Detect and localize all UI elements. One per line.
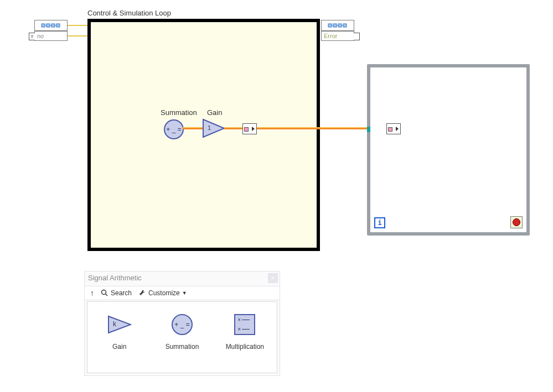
sim-loop-output-error-terminal[interactable]: Error [321, 31, 354, 41]
palette-item-summation[interactable]: + _ = Summation [162, 312, 201, 351]
sigma-icon: + _ = [165, 121, 183, 138]
terminal-arrow-icon: ‼ [29, 33, 35, 40]
search-icon [101, 289, 108, 297]
svg-rect-7 [328, 24, 332, 27]
svg-line-16 [106, 294, 108, 296]
functions-palette[interactable]: Signal Arithmetic × ↑ Search Customize ▼ [84, 271, 280, 376]
indicator-terminal[interactable] [242, 123, 257, 134]
palette-nav-up-button[interactable]: ↑ [90, 289, 94, 297]
wire[interactable] [183, 128, 203, 129]
palette-item-label: Multiplication [225, 343, 265, 351]
chevron-down-icon: ▼ [182, 290, 187, 296]
gain-icon: k [100, 312, 139, 337]
svg-rect-0 [42, 24, 45, 27]
palette-item-multiplication[interactable]: × × Multiplication [225, 312, 265, 351]
palette-search-label: Search [111, 289, 132, 297]
stop-icon [513, 218, 520, 226]
multiplication-icon: × × [225, 312, 265, 337]
svg-rect-10 [338, 24, 342, 27]
palette-customize-button[interactable]: Customize ▼ [138, 289, 187, 297]
palette-toolbar: ↑ Search Customize ▼ [85, 286, 280, 300]
sim-loop-output-cluster[interactable] [321, 20, 354, 31]
sim-loop-title: Control & Simulation Loop [87, 9, 171, 17]
close-icon: × [271, 274, 275, 282]
gain-value: 1 [208, 124, 211, 131]
cluster-icon [322, 20, 354, 30]
palette-body: k Gain + _ = Summation × × Multiplicatio… [87, 301, 277, 373]
svg-point-15 [102, 290, 106, 295]
sim-loop-input-error-terminal[interactable]: ‼ no [34, 31, 68, 41]
cluster-icon [35, 20, 67, 30]
wire[interactable] [224, 128, 243, 129]
palette-item-label: Summation [162, 343, 201, 351]
svg-text:k: k [113, 320, 117, 328]
summation-label[interactable]: Summation [161, 108, 197, 117]
palette-item-gain[interactable]: k Gain [100, 312, 139, 351]
svg-marker-17 [108, 316, 131, 333]
iteration-terminal[interactable]: i [374, 217, 385, 228]
palette-title: Signal Arithmetic [88, 274, 142, 282]
indicator-terminal[interactable] [386, 123, 401, 134]
summation-node[interactable]: + _ = [164, 119, 184, 139]
while-loop[interactable]: i [367, 64, 530, 236]
svg-rect-3 [51, 24, 55, 27]
wrench-icon [138, 289, 146, 297]
loop-tunnel[interactable] [367, 127, 370, 132]
svg-rect-12 [343, 24, 347, 27]
svg-rect-5 [56, 24, 60, 27]
wire [68, 35, 87, 36]
sim-loop-input-cluster[interactable] [34, 20, 68, 31]
palette-close-button[interactable]: × [268, 273, 278, 283]
wire [68, 25, 87, 26]
input-error-label: no [37, 33, 44, 39]
loop-condition-terminal[interactable] [510, 216, 523, 228]
output-error-label: Error [324, 33, 337, 39]
block-diagram-canvas[interactable]: Control & Simulation Loop ‼ no Error [0, 0, 553, 392]
svg-rect-8 [333, 24, 337, 27]
terminal-arrow-icon [354, 33, 360, 40]
summation-icon: + _ = [162, 312, 201, 337]
svg-rect-1 [46, 24, 50, 27]
palette-search-button[interactable]: Search [101, 289, 132, 297]
gain-label[interactable]: Gain [207, 108, 222, 117]
gain-node[interactable] [202, 118, 225, 138]
palette-item-label: Gain [100, 343, 139, 351]
palette-customize-label: Customize [148, 289, 180, 297]
svg-marker-14 [203, 119, 224, 137]
